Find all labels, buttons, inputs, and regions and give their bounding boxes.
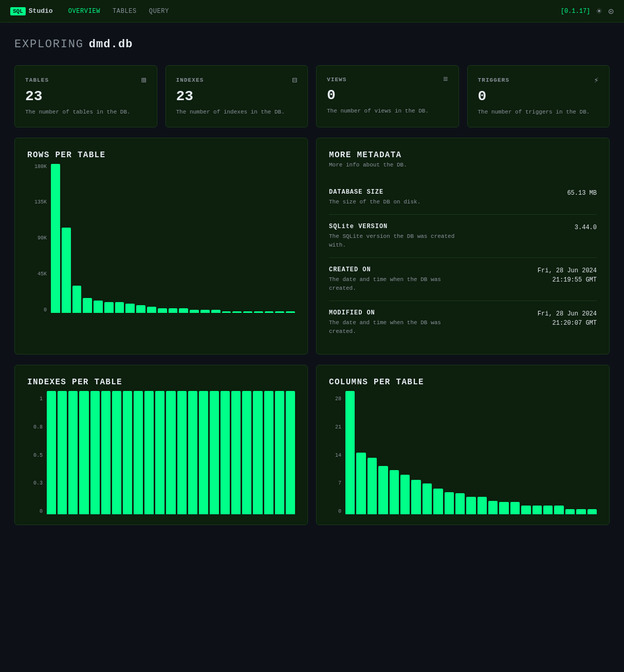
bar [144, 391, 154, 514]
stat-card-triggers: TRIGGERS ⚡ 0 The number of triggers in t… [467, 65, 610, 127]
triggers-icon: ⚡ [594, 75, 599, 85]
nav-links: OVERVIEW TABLES QUERY [68, 6, 561, 17]
bar [368, 458, 377, 514]
metadata-card: MORE METADATA More info about the DB. DA… [316, 138, 610, 355]
bottom-charts-row: INDEXES PER TABLE 10.80.50.30 COLUMNS PE… [14, 365, 610, 525]
bar [134, 391, 143, 514]
indexes-icon: ⊟ [292, 75, 297, 85]
main-content: EXPLORING dmd.db TABLES ⊞ 23 The number … [0, 23, 624, 540]
nav-logo: SQL Studio [10, 7, 53, 15]
bar [345, 391, 355, 514]
exploring-label: EXPLORING [14, 38, 84, 51]
bar [166, 391, 175, 514]
bar [115, 302, 124, 312]
metadata-item: SQLite VERSIONThe SQLite version the DB … [329, 215, 597, 258]
metadata-item: CREATED ONThe date and time when the DB … [329, 258, 597, 301]
bar [253, 391, 262, 514]
bar [265, 311, 274, 313]
bar [478, 497, 487, 514]
indexes-bars [47, 391, 295, 514]
stat-value-views: 0 [327, 88, 448, 103]
bar [199, 391, 208, 514]
columns-per-table-title: COLUMNS PER TABLE [329, 378, 597, 387]
db-name: dmd.db [89, 38, 133, 51]
stat-title-triggers: TRIGGERS [478, 77, 510, 83]
bar [83, 298, 92, 313]
bar [488, 501, 498, 514]
bar [90, 391, 100, 514]
stat-value-triggers: 0 [478, 89, 599, 104]
stat-value-tables: 23 [25, 89, 146, 104]
metadata-item-key: DATABASE SIZE [329, 189, 420, 196]
bar [221, 391, 230, 514]
bar [423, 483, 432, 514]
metadata-item-value: 3.44.0 [575, 223, 597, 232]
bar [177, 391, 187, 514]
stat-desc-views: The number of views in the DB. [327, 107, 448, 116]
nav-right: [0.1.17] ☀ ⊙ [561, 6, 614, 17]
stat-desc-tables: The number of tables in the DB. [25, 108, 146, 117]
metadata-item-value: 65.13 MB [567, 189, 597, 198]
columns-per-table-chart: 28211470 [329, 391, 597, 514]
bar [222, 311, 231, 313]
bar [588, 509, 597, 514]
metadata-subtitle: More info about the DB. [329, 162, 597, 168]
nav-overview[interactable]: OVERVIEW [68, 6, 100, 17]
nav-query[interactable]: QUERY [149, 6, 169, 17]
bar [179, 308, 188, 313]
stat-value-indexes: 23 [176, 89, 298, 104]
views-icon: ≡ [443, 75, 448, 84]
bar [400, 475, 410, 514]
github-icon[interactable]: ⊙ [608, 6, 614, 17]
metadata-item-value: Fri, 28 Jun 202421:20:07 GMT [538, 309, 597, 328]
theme-icon[interactable]: ☀ [596, 6, 602, 17]
indexes-per-table-title: INDEXES PER TABLE [27, 378, 295, 387]
stat-card-indexes-header: INDEXES ⊟ [176, 75, 298, 85]
columns-per-table-card: COLUMNS PER TABLE 28211470 [316, 365, 610, 525]
bar [378, 466, 388, 514]
bar [104, 302, 114, 312]
bar [565, 509, 575, 514]
cols-bars [345, 391, 597, 514]
metadata-item: MODIFIED ONThe date and time when the DB… [329, 301, 597, 344]
bar [231, 391, 241, 514]
bar [576, 509, 585, 514]
bar [211, 310, 221, 313]
bar [200, 310, 210, 313]
indexes-per-table-card: INDEXES PER TABLE 10.80.50.30 [14, 365, 308, 525]
bar [254, 311, 263, 313]
bar [112, 391, 121, 514]
bar [510, 502, 520, 514]
bar [286, 311, 295, 313]
nav-tables[interactable]: TABLES [113, 6, 137, 17]
bar [521, 506, 530, 514]
bar [58, 391, 67, 514]
logo-studio: Studio [29, 7, 53, 15]
bar [533, 506, 542, 514]
bar [275, 311, 284, 313]
bar [275, 391, 284, 514]
bar [445, 492, 454, 514]
bar [125, 304, 135, 312]
bar [94, 301, 103, 312]
bar [356, 453, 365, 514]
bar [51, 164, 60, 313]
tables-icon: ⊞ [141, 75, 146, 85]
bar [72, 286, 82, 312]
stat-card-indexes: INDEXES ⊟ 23 The number of indexes in th… [166, 65, 308, 127]
metadata-items: DATABASE SIZEThe size of the DB on disk.… [329, 180, 597, 344]
bar [242, 391, 251, 514]
bar [390, 470, 399, 514]
metadata-item-key: SQLite VERSION [329, 223, 463, 230]
metadata-item-value: Fri, 28 Jun 202421:19:55 GMT [538, 266, 597, 285]
rows-per-table-chart: 180K135K90K45K0 [27, 164, 295, 313]
rows-per-table-title: ROWS PER TABLE [27, 151, 295, 160]
bar [243, 311, 252, 313]
logo-sql: SQL [10, 7, 26, 15]
bar [123, 391, 132, 514]
metadata-item: DATABASE SIZEThe size of the DB on disk.… [329, 180, 597, 215]
bar [411, 480, 420, 514]
cols-yaxis: 28211470 [329, 396, 341, 514]
bar [169, 308, 178, 313]
indexes-yaxis: 10.80.50.30 [27, 396, 43, 514]
